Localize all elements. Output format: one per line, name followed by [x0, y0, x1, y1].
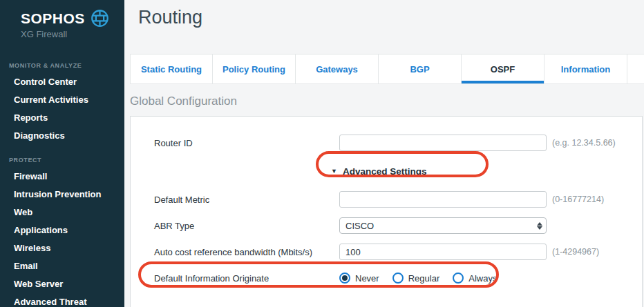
radio-icon	[392, 273, 404, 284]
sidebar-item-firewall[interactable]: Firewall	[0, 168, 124, 186]
router-id-hint: (e.g. 12.34.5.66)	[552, 138, 616, 148]
sidebar-item-web-server[interactable]: Web Server	[0, 275, 124, 293]
abr-type-selected-value: CISCO	[340, 221, 533, 231]
section-title: Global Configuration	[130, 95, 644, 108]
sidebar-item-control-center[interactable]: Control Center	[0, 73, 124, 91]
nav-group-monitor: MONITOR & ANALYZE Control Center Current…	[0, 62, 124, 145]
sidebar-item-wireless[interactable]: Wireless	[0, 239, 124, 257]
sidebar: SOPHOS XG Firewall MONITOR & ANALYZE Con…	[0, 0, 124, 307]
tab-gateways[interactable]: Gateways	[296, 55, 379, 83]
router-id-input[interactable]	[339, 135, 547, 151]
auto-cost-input[interactable]	[339, 244, 547, 260]
nav-section-label: MONITOR & ANALYZE	[9, 62, 124, 69]
radio-always-label: Always	[468, 273, 497, 284]
radio-never-label: Never	[355, 273, 379, 284]
sidebar-item-web[interactable]: Web	[0, 204, 124, 221]
default-metric-hint: (0-16777214)	[552, 195, 604, 204]
sophos-firewall-logo-icon	[91, 9, 109, 28]
logo-block: SOPHOS XG Firewall	[0, 0, 124, 39]
sidebar-item-applications[interactable]: Applications	[0, 221, 124, 239]
sidebar-item-current-activities[interactable]: Current Activities	[0, 91, 124, 109]
sidebar-item-diagnostics[interactable]: Diagnostics	[0, 127, 124, 145]
default-metric-row: Default Metric (0-16777214)	[154, 191, 642, 208]
default-metric-input[interactable]	[339, 191, 547, 208]
global-configuration-panel: Router ID (e.g. 12.34.5.66) ▼ Advanced S…	[130, 116, 643, 307]
main-content: Routing Static Routing Policy Routing Ga…	[124, 0, 644, 307]
page-title: Routing	[138, 7, 644, 28]
chevron-down-icon: ▼	[331, 168, 337, 175]
routing-tabbar: Static Routing Policy Routing Gateways B…	[130, 54, 644, 84]
tab-upstream-partial[interactable]: U	[627, 55, 644, 83]
nav-section-label: PROTECT	[9, 157, 124, 164]
tab-information[interactable]: Information	[544, 55, 627, 83]
abr-type-label: ABR Type	[154, 221, 339, 231]
abr-type-row: ABR Type CISCO	[154, 217, 642, 234]
auto-cost-row: Auto cost reference bandwidth (Mbits/s) …	[154, 244, 642, 260]
nav-group-protect: PROTECT Firewall Intrusion Prevention We…	[0, 157, 124, 307]
radio-regular-label: Regular	[408, 273, 440, 284]
radio-icon	[453, 273, 464, 284]
radio-regular[interactable]: Regular	[392, 273, 440, 284]
sidebar-item-reports[interactable]: Reports	[0, 109, 124, 127]
tab-policy-routing[interactable]: Policy Routing	[213, 55, 296, 83]
router-id-row: Router ID (e.g. 12.34.5.66)	[154, 135, 642, 151]
default-info-originate-label: Default Information Originate	[154, 273, 339, 284]
auto-cost-hint: (1-4294967)	[552, 247, 599, 257]
product-name: XG Firewall	[21, 29, 124, 39]
advanced-settings-toggle[interactable]: ▼ Advanced Settings	[331, 162, 642, 180]
sidebar-item-email[interactable]: Email	[0, 257, 124, 275]
tab-static-routing[interactable]: Static Routing	[130, 55, 213, 83]
app-window: SOPHOS XG Firewall MONITOR & ANALYZE Con…	[0, 0, 644, 307]
sidebar-item-advanced-threat[interactable]: Advanced Threat	[0, 293, 124, 307]
radio-always[interactable]: Always	[453, 273, 497, 284]
sidebar-item-intrusion-prevention[interactable]: Intrusion Prevention	[0, 186, 124, 204]
router-id-label: Router ID	[154, 138, 339, 148]
abr-type-select[interactable]: CISCO	[339, 217, 547, 234]
default-info-originate-row: Default Information Originate Never Regu…	[154, 270, 642, 286]
radio-never[interactable]: Never	[339, 273, 379, 284]
select-stepper-icon	[533, 218, 546, 233]
brand-logo-text: SOPHOS	[21, 10, 85, 27]
auto-cost-label: Auto cost reference bandwidth (Mbits/s)	[154, 247, 339, 257]
advanced-settings-label: Advanced Settings	[343, 166, 427, 177]
default-info-originate-radio-group: Never Regular Always	[339, 273, 497, 284]
tab-bgp[interactable]: BGP	[379, 55, 462, 83]
radio-icon	[339, 273, 350, 284]
default-metric-label: Default Metric	[154, 195, 339, 205]
tab-ospf[interactable]: OSPF	[462, 55, 544, 83]
